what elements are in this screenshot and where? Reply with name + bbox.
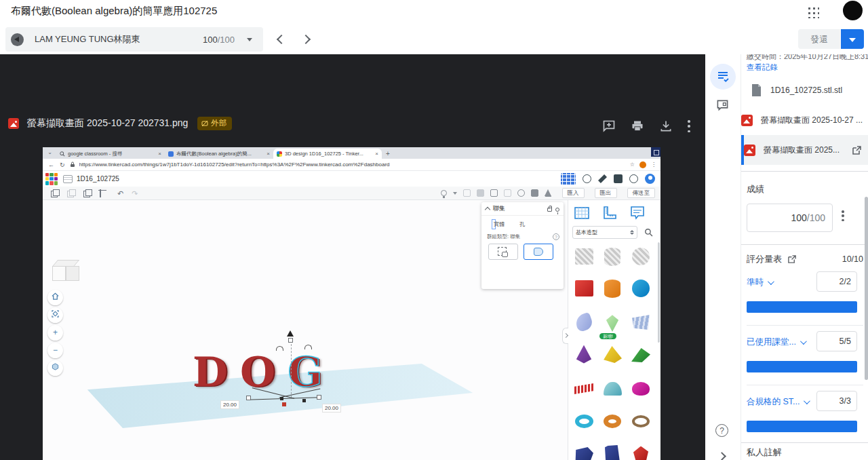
shape-torus[interactable]	[571, 408, 597, 434]
rotate-handle-icon[interactable]	[304, 345, 312, 349]
lock-toggle-icon[interactable]	[517, 189, 525, 197]
view-cube[interactable]	[52, 260, 81, 284]
scale-handle[interactable]	[317, 395, 321, 400]
scale-handle[interactable]	[288, 338, 293, 343]
shape-search-icon[interactable]	[644, 228, 653, 237]
panel-collapse-handle[interactable]	[562, 328, 568, 344]
design-name[interactable]: 1D16_102725	[77, 175, 119, 183]
shape-pyramid[interactable]	[599, 341, 625, 367]
shape-sphere-hole[interactable]	[628, 244, 654, 269]
shape-cylinder[interactable]	[599, 275, 625, 301]
tab-close-icon[interactable]: ×	[267, 151, 270, 157]
new-tab-button[interactable]: +	[386, 150, 390, 157]
account-avatar[interactable]	[843, 1, 863, 20]
google-apps-icon[interactable]	[807, 6, 819, 18]
shape-roof[interactable]	[628, 341, 654, 367]
browser-profile-avatar[interactable]	[639, 161, 646, 168]
ruler-icon[interactable]	[601, 205, 618, 221]
return-button[interactable]: 發還	[798, 29, 840, 49]
shape-cone[interactable]	[571, 341, 597, 367]
selected-letter-g[interactable]: G	[288, 348, 334, 396]
keep-originals-button[interactable]	[488, 244, 518, 260]
fit-view-button[interactable]	[47, 307, 63, 323]
student-selector[interactable]: LAM YEUNG TUNG林陽東 100/100	[5, 27, 263, 52]
scale-handle[interactable]	[246, 396, 251, 400]
tab-close-icon[interactable]: ×	[158, 151, 161, 157]
file-item-stl[interactable]: 1D16_102725.stl.stl	[741, 75, 868, 105]
align-icon[interactable]	[490, 189, 498, 197]
visibility-icon[interactable]	[555, 208, 559, 212]
raise-handle-icon[interactable]	[287, 330, 294, 337]
browser-back-icon[interactable]: ←	[48, 161, 54, 168]
window-controls[interactable]	[651, 147, 660, 157]
return-options-button[interactable]	[841, 29, 864, 49]
workplane-tool-icon[interactable]	[531, 189, 538, 197]
collapse-sidebar-icon[interactable]	[717, 452, 726, 460]
import-button[interactable]: 匯入	[562, 188, 585, 198]
send-to-button[interactable]: 傳送至	[627, 188, 656, 198]
hole-option[interactable]: 孔	[519, 221, 525, 228]
open-rubric-icon[interactable]	[787, 254, 797, 264]
shape-torus-thick[interactable]	[599, 408, 625, 434]
shape-shell[interactable]	[571, 309, 597, 335]
tab-close-icon[interactable]: ×	[375, 151, 378, 157]
previous-student-button[interactable]	[277, 35, 286, 44]
grading-tab-active[interactable]	[710, 64, 736, 90]
shape-tube[interactable]	[628, 408, 654, 434]
shape-category-select[interactable]: 基本造型	[572, 226, 637, 239]
browser-menu-icon[interactable]: ⋮	[651, 161, 656, 168]
base-handle[interactable]	[282, 402, 286, 406]
share-user-icon[interactable]	[629, 174, 638, 183]
shape-scribble[interactable]	[628, 309, 654, 335]
help-icon[interactable]: ?	[553, 233, 559, 240]
show-all-icon[interactable]	[441, 190, 447, 196]
shape-half-sphere[interactable]	[628, 376, 654, 402]
collapse-icon[interactable]	[485, 206, 490, 212]
redo-icon[interactable]: ↷	[132, 189, 138, 197]
group-icon[interactable]	[463, 189, 471, 197]
shape-sphere[interactable]	[628, 275, 654, 301]
browser-tab-tinkercad[interactable]: 3D design 1D16_102725 - Tinker... ×	[273, 149, 382, 159]
add-comment-icon[interactable]	[602, 119, 616, 133]
tools-icon[interactable]	[598, 174, 607, 183]
workplane-icon[interactable]	[574, 205, 590, 221]
tinkercad-logo[interactable]	[45, 173, 58, 185]
comments-tab[interactable]	[716, 99, 729, 115]
undo-icon[interactable]: ↶	[117, 189, 123, 197]
blocks-icon[interactable]	[614, 174, 623, 183]
file-item-image-1[interactable]: 螢幕擷取畫面 2025-10-27 ...	[741, 105, 868, 135]
solid-option[interactable]: 實體	[494, 221, 505, 228]
criterion-classtime-score[interactable]: 5/5	[816, 331, 857, 351]
browser-tab-classroom[interactable]: 布爾代數(Boolean algebra)的簡... ×	[165, 149, 273, 159]
criterion-punctual[interactable]: 準時	[747, 277, 772, 288]
rotate-handle-icon[interactable]	[276, 346, 283, 351]
file-item-image-2-selected[interactable]: 螢幕擷取畫面 2025...	[741, 135, 868, 165]
more-options-icon[interactable]	[688, 120, 690, 132]
tinkercad-avatar[interactable]	[645, 174, 655, 184]
open-in-new-icon[interactable]	[852, 145, 862, 155]
delete-icon[interactable]	[100, 189, 101, 197]
shape-polyhedron[interactable]	[628, 442, 654, 460]
next-student-button[interactable]	[301, 35, 311, 44]
show-all-caret-icon[interactable]	[453, 192, 457, 195]
back-icon[interactable]	[11, 33, 24, 46]
zoom-in-button[interactable]: +	[47, 325, 63, 341]
panel-scrollbar[interactable]	[658, 242, 660, 343]
ungroup-icon[interactable]	[477, 189, 484, 197]
shape-box-hole[interactable]	[571, 244, 597, 269]
page-scrollbar[interactable]	[865, 197, 868, 380]
grade-options-icon[interactable]	[842, 210, 844, 221]
browser-reload-icon[interactable]: ↻	[60, 161, 65, 168]
shape-polygon[interactable]	[571, 442, 597, 460]
notes-icon[interactable]	[629, 205, 646, 221]
shape-dome[interactable]	[599, 376, 625, 402]
copy-icon[interactable]	[51, 189, 59, 197]
student-dropdown-caret-icon[interactable]	[247, 38, 252, 41]
tab-search-icon[interactable]: ⌄	[45, 149, 54, 157]
view-switcher-icon[interactable]	[561, 173, 576, 185]
lock-icon[interactable]	[547, 208, 552, 212]
criterion-stl-spec[interactable]: 合規格的 ST...	[747, 396, 808, 408]
export-button[interactable]: 匯出	[595, 188, 617, 198]
shape-spinning-top[interactable]	[599, 309, 625, 335]
criterion-stl-spec-score[interactable]: 3/3	[816, 391, 857, 411]
